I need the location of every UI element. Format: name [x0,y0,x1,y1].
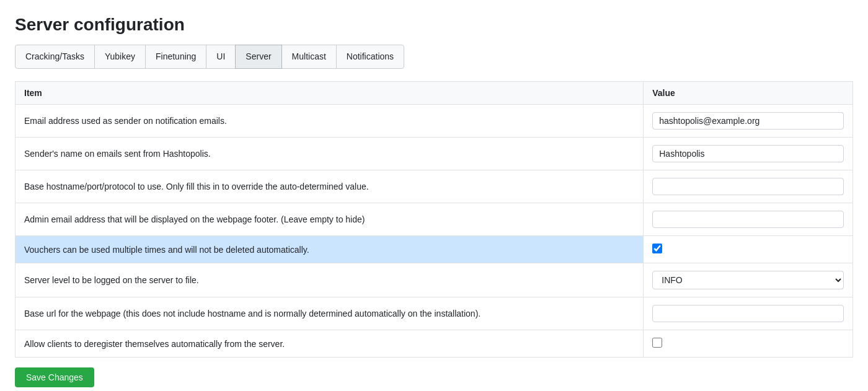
checkbox-vouchers-multiple[interactable] [652,244,662,253]
row-label-admin-email: Admin email address that will be display… [16,203,644,236]
tab-multicast[interactable]: Multicast [281,45,337,69]
select-server-log-level[interactable]: DEBUGINFOWARNINGERRORCRITICAL [652,271,844,289]
table-row: Email address used as sender on notifica… [16,105,853,138]
input-sender-name[interactable] [652,145,844,162]
row-value-base-url[interactable] [644,297,853,330]
config-table: Item Value Email address used as sender … [15,81,853,358]
input-base-hostname[interactable] [652,178,844,195]
input-base-url[interactable] [652,305,844,322]
row-label-base-url: Base url for the webpage (this does not … [16,297,644,330]
tab-ui[interactable]: UI [206,45,236,69]
row-value-base-hostname[interactable] [644,170,853,203]
row-label-base-hostname: Base hostname/port/protocol to use. Only… [16,170,644,203]
table-row: Admin email address that will be display… [16,203,853,236]
checkbox-allow-deregister[interactable] [652,338,662,348]
table-row: Sender's name on emails sent from Hashto… [16,138,853,170]
tab-yubikey[interactable]: Yubikey [94,45,146,69]
col-header-item: Item [16,82,644,105]
input-email-sender[interactable] [652,112,844,130]
col-header-value: Value [644,82,853,105]
save-button[interactable]: Save Changes [15,367,94,387]
row-value-vouchers-multiple[interactable] [644,236,853,263]
tab-bar: Cracking/Tasks Yubikey Finetuning UI Ser… [15,45,853,69]
tab-notifications[interactable]: Notifications [336,45,404,69]
tab-cracking-tasks[interactable]: Cracking/Tasks [15,45,95,69]
tab-finetuning[interactable]: Finetuning [145,45,206,69]
table-row: Vouchers can be used multiple times and … [16,236,853,263]
table-row: Allow clients to deregister themselves a… [16,330,853,358]
row-value-admin-email[interactable] [644,203,853,236]
row-value-sender-name[interactable] [644,138,853,170]
row-value-allow-deregister[interactable] [644,330,853,358]
row-value-email-sender[interactable] [644,105,853,138]
row-value-server-log-level[interactable]: DEBUGINFOWARNINGERRORCRITICAL [644,263,853,297]
table-row: Base url for the webpage (this does not … [16,297,853,330]
row-label-email-sender: Email address used as sender on notifica… [16,105,644,138]
page-title: Server configuration [15,15,853,35]
tab-server[interactable]: Server [235,45,281,69]
table-row: Base hostname/port/protocol to use. Only… [16,170,853,203]
input-admin-email[interactable] [652,211,844,228]
row-label-allow-deregister: Allow clients to deregister themselves a… [16,330,644,358]
table-row: Server level to be logged on the server … [16,263,853,297]
row-label-server-log-level: Server level to be logged on the server … [16,263,644,297]
row-label-vouchers-multiple: Vouchers can be used multiple times and … [16,236,644,263]
row-label-sender-name: Sender's name on emails sent from Hashto… [16,138,644,170]
